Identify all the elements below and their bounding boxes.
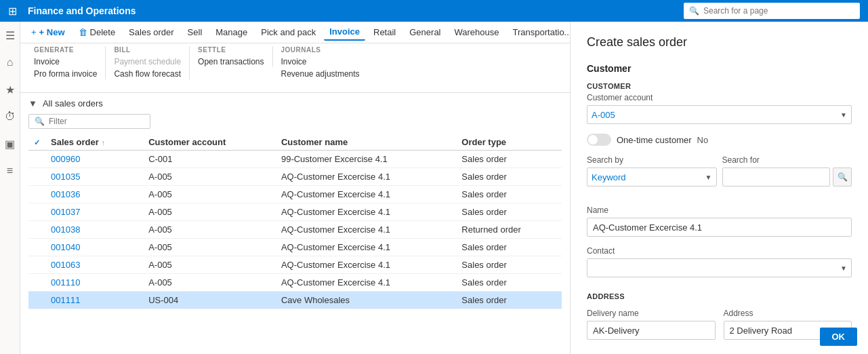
recent-icon[interactable]: ⏱ [2,109,18,125]
open-transactions-item[interactable]: Open transactions [198,56,264,67]
table-row[interactable]: 001040 A-005 AQ-Customer Excercise 4.1 S… [28,239,562,256]
search-for-label: Search for [722,155,852,165]
col-customer-account[interactable]: Customer account [143,134,276,151]
row-sales-order[interactable]: 001110 [45,274,143,292]
journals-invoice-item[interactable]: Invoice [281,56,360,67]
row-checkbox[interactable] [28,203,45,221]
col-customer-name[interactable]: Customer name [276,134,456,151]
row-customer-account: A-005 [143,168,276,186]
table-row[interactable]: 001036 A-005 AQ-Customer Excercise 4.1 S… [28,186,562,203]
revenue-adjustments-item[interactable]: Revenue adjustments [281,68,360,79]
row-customer-name: AQ-Customer Excercise 4.1 [276,168,456,186]
search-for-input[interactable] [722,168,831,186]
hamburger-icon[interactable]: ☰ [2,27,18,43]
customer-section-title: Customer [587,63,852,74]
contact-select[interactable] [587,263,836,273]
sell-tab[interactable]: Sell [182,24,208,40]
chevron-down-icon: ▼ [836,111,851,119]
favorites-icon[interactable]: ★ [2,81,18,98]
ribbon-group-generate: GENERATE Invoice Pro forma invoice [26,46,106,79]
search-for-button[interactable]: 🔍 [833,168,852,186]
row-checkbox[interactable] [28,256,45,274]
invoice-item[interactable]: Invoice [34,56,97,67]
row-order-type: Sales order [456,203,562,221]
table-row[interactable]: 001110 A-005 AQ-Customer Excercise 4.1 S… [28,274,562,292]
row-order-type: Sales order [456,256,562,274]
search-by-select[interactable]: Keyword [587,172,701,182]
row-customer-name: Cave Wholesales [276,292,456,309]
table-row[interactable]: 001038 A-005 AQ-Customer Excercise 4.1 R… [28,221,562,239]
filter-input[interactable] [49,117,144,126]
filter-search-icon: 🔍 [35,117,45,126]
col-order-type[interactable]: Order type [456,134,562,151]
global-search-box[interactable]: 🔍 [684,3,860,19]
filter-input-wrapper[interactable]: 🔍 [28,114,150,129]
name-label: Name [587,205,852,215]
row-checkbox[interactable] [28,186,45,203]
pick-and-pack-tab[interactable]: Pick and pack [255,24,321,40]
row-sales-order[interactable]: 000960 [45,151,143,168]
address-label: Address [724,309,852,318]
row-sales-order[interactable]: 001035 [45,168,143,186]
row-checkbox[interactable] [28,292,45,309]
table-row[interactable]: 000960 C-001 99-Customer Excercise 4.1 S… [28,151,562,168]
sales-order-tab[interactable]: Sales order [123,24,179,40]
customer-account-select[interactable]: A-005 [587,110,836,120]
row-order-type: Sales order [456,274,562,292]
customer-account-select-wrapper[interactable]: A-005 ▼ [587,105,852,124]
search-by-select-wrapper[interactable]: Keyword ▼ [587,168,717,186]
main-content: + + New 🗑 Delete Sales order Sell Manag [20,22,570,354]
menu-icon[interactable]: ≡ [2,163,18,179]
row-customer-account: A-005 [143,203,276,221]
row-customer-account: A-005 [143,274,276,292]
table-row[interactable]: 001035 A-005 AQ-Customer Excercise 4.1 S… [28,168,562,186]
table-title: All sales orders [43,98,103,109]
home-icon[interactable]: ⌂ [2,54,18,71]
table-row[interactable]: 001111 US-004 Cave Wholesales Sales orde… [28,292,562,309]
row-checkbox[interactable] [28,221,45,239]
workspaces-icon[interactable]: ▣ [2,136,18,152]
row-customer-account: C-001 [143,151,276,168]
transportation-tab[interactable]: Transportatio... [508,24,571,40]
one-time-customer-toggle[interactable] [587,134,611,146]
row-checkbox[interactable] [28,168,45,186]
row-sales-order[interactable]: 001036 [45,186,143,203]
filter-row: 🔍 [28,114,562,129]
row-sales-order[interactable]: 001038 [45,221,143,239]
app-grid-icon[interactable]: ⊞ [8,5,17,18]
sort-icon: ↑ [102,139,105,146]
cash-flow-forecast-item[interactable]: Cash flow forecast [114,68,181,79]
manage-tab[interactable]: Manage [210,24,253,40]
warehouse-tab[interactable]: Warehouse [449,24,505,40]
delete-button[interactable]: 🗑 Delete [73,24,121,40]
row-sales-order[interactable]: 001063 [45,256,143,274]
row-sales-order[interactable]: 001037 [45,203,143,221]
app-title: Finance and Operations [28,5,673,16]
table-row[interactable]: 001063 A-005 AQ-Customer Excercise 4.1 S… [28,256,562,274]
sales-orders-table: ✓ Sales order↑ Customer account Customer… [28,134,562,309]
contact-select-wrapper[interactable]: ▼ [587,258,852,277]
global-search-input[interactable] [703,6,854,16]
row-order-type: Sales order [456,239,562,256]
filter-icon[interactable]: ▼ [28,98,37,109]
contact-label: Contact [587,246,852,256]
invoice-tab[interactable]: Invoice [324,24,365,41]
row-sales-order[interactable]: 001040 [45,239,143,256]
row-customer-name: AQ-Customer Excercise 4.1 [276,203,456,221]
search-for-group: Search for 🔍 [722,155,852,186]
row-checkbox[interactable] [28,274,45,292]
general-tab[interactable]: General [404,24,446,40]
table-row[interactable]: 001037 A-005 AQ-Customer Excercise 4.1 S… [28,203,562,221]
row-checkbox[interactable] [28,239,45,256]
delivery-name-input[interactable] [587,321,716,340]
col-sales-order[interactable]: Sales order↑ [45,134,143,151]
retail-tab[interactable]: Retail [368,24,401,40]
new-button[interactable]: + + New [26,24,70,40]
pro-forma-invoice-item[interactable]: Pro forma invoice [34,68,97,79]
row-customer-account: A-005 [143,256,276,274]
search-icon: 🔍 [689,6,699,16]
row-checkbox[interactable] [28,151,45,168]
row-sales-order[interactable]: 001111 [45,292,143,309]
ok-button[interactable]: OK [820,328,858,346]
name-input[interactable] [587,218,852,237]
